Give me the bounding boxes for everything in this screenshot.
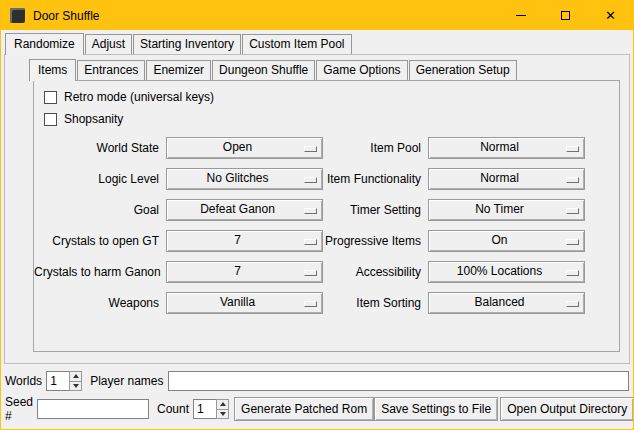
field-label: Accessibility [323, 265, 428, 279]
crystals-harm-ganon-dropdown[interactable]: 7 [166, 261, 323, 283]
item-pool-dropdown[interactable]: Normal [428, 137, 585, 159]
dropdown-indicator-icon [566, 146, 579, 152]
progressive-items-dropdown[interactable]: On [428, 230, 585, 252]
dropdown-indicator-icon [304, 146, 317, 152]
dropdown-value: Defeat Ganon [196, 202, 293, 217]
dropdown-value: Balanced [470, 295, 542, 310]
main-tab-bar: Randomize Adjust Starting Inventory Cust… [1, 30, 633, 54]
tab-dungeon-shuffle[interactable]: Dungeon Shuffle [212, 60, 315, 80]
form-row: Goal Defeat Ganon Timer Setting No Timer [34, 194, 619, 225]
field-label: Goal [34, 203, 166, 217]
count-spinner[interactable] [193, 399, 229, 419]
field-label: Item Pool [323, 141, 428, 155]
tab-entrances[interactable]: Entrances [77, 60, 145, 80]
dropdown-value: Vanilla [216, 295, 273, 310]
count-input[interactable] [193, 399, 216, 419]
tab-enemizer[interactable]: Enemizer [146, 60, 211, 80]
worlds-spinner[interactable] [46, 371, 82, 391]
window-controls: ✕ [498, 1, 633, 30]
minimize-button[interactable] [498, 1, 543, 30]
dropdown-value: 7 [230, 233, 259, 248]
dropdown-value: On [487, 233, 525, 248]
spin-down-button[interactable] [216, 410, 229, 420]
spin-down-icon [220, 412, 226, 416]
tab-randomize[interactable]: Randomize [5, 33, 84, 55]
dropdown-value: Normal [476, 140, 537, 155]
door-shuffle-window: Door Shuffle ✕ Randomize Adjust Starting… [0, 0, 634, 430]
settings-form: World State Open Item Pool Normal Logic … [34, 132, 619, 318]
window-content: Randomize Adjust Starting Inventory Cust… [1, 30, 633, 429]
checkbox-label: Retro mode (universal keys) [64, 90, 214, 104]
logic-level-dropdown[interactable]: No Glitches [166, 168, 323, 190]
weapons-dropdown[interactable]: Vanilla [166, 292, 323, 314]
save-settings-button[interactable]: Save Settings to File [374, 397, 498, 421]
worlds-row: Worlds Player names [5, 368, 629, 394]
spin-up-icon [220, 402, 226, 406]
dropdown-indicator-icon [304, 270, 317, 276]
world-state-dropdown[interactable]: Open [166, 137, 323, 159]
dropdown-value: No Glitches [202, 171, 286, 186]
dropdown-indicator-icon [566, 177, 579, 183]
field-label: Item Functionality [323, 172, 428, 186]
crystals-open-gt-dropdown[interactable]: 7 [166, 230, 323, 252]
maximize-icon [561, 11, 570, 20]
goal-dropdown[interactable]: Defeat Ganon [166, 199, 323, 221]
spin-down-button[interactable] [69, 382, 82, 392]
bottom-bar: Worlds Player names Seed # Count [1, 364, 633, 429]
seed-label: Seed # [5, 395, 33, 423]
field-label: World State [34, 141, 166, 155]
dropdown-indicator-icon [566, 239, 579, 245]
accessibility-dropdown[interactable]: 100% Locations [428, 261, 585, 283]
retro-mode-checkbox[interactable]: Retro mode (universal keys) [44, 86, 619, 108]
tab-items[interactable]: Items [29, 59, 76, 81]
spin-down-icon [73, 384, 79, 388]
tab-game-options[interactable]: Game Options [316, 60, 407, 80]
form-row: Weapons Vanilla Item Sorting Balanced [34, 287, 619, 318]
checkbox-label: Shopsanity [64, 112, 123, 126]
maximize-button[interactable] [543, 1, 588, 30]
sub-tab-bar: Items Entrances Enemizer Dungeon Shuffle… [5, 55, 629, 80]
tab-starting-inventory[interactable]: Starting Inventory [133, 34, 241, 54]
dropdown-value: 100% Locations [453, 264, 560, 279]
minimize-icon [516, 15, 526, 16]
worlds-spin-buttons [69, 371, 82, 391]
dropdown-indicator-icon [566, 208, 579, 214]
field-label: Logic Level [34, 172, 166, 186]
close-icon: ✕ [605, 9, 616, 22]
title-bar[interactable]: Door Shuffle ✕ [1, 1, 633, 30]
tab-custom-item-pool[interactable]: Custom Item Pool [242, 34, 351, 54]
dropdown-value: No Timer [471, 202, 542, 217]
spin-up-button[interactable] [216, 399, 229, 410]
field-label: Crystals to open GT [34, 234, 166, 248]
field-label: Crystals to harm Ganon [34, 265, 166, 279]
dropdown-value: Normal [476, 171, 537, 186]
item-functionality-dropdown[interactable]: Normal [428, 168, 585, 190]
dropdown-indicator-icon [304, 301, 317, 307]
tab-adjust[interactable]: Adjust [85, 34, 132, 54]
item-sorting-dropdown[interactable]: Balanced [428, 292, 585, 314]
count-spin-buttons [216, 399, 229, 419]
spin-up-button[interactable] [69, 371, 82, 382]
randomize-panel: Items Entrances Enemizer Dungeon Shuffle… [4, 54, 630, 364]
dropdown-indicator-icon [566, 301, 579, 307]
dropdown-indicator-icon [566, 270, 579, 276]
bottom-right-buttons: Save Settings to File Open Output Direct… [374, 397, 634, 421]
shopsanity-checkbox[interactable]: Shopsanity [44, 108, 619, 130]
tab-generation-setup[interactable]: Generation Setup [409, 60, 517, 80]
worlds-input[interactable] [46, 371, 69, 391]
dropdown-indicator-icon [304, 177, 317, 183]
open-output-directory-button[interactable]: Open Output Directory [500, 397, 634, 421]
worlds-label: Worlds [5, 374, 42, 388]
timer-setting-dropdown[interactable]: No Timer [428, 199, 585, 221]
app-icon [10, 8, 25, 23]
dropdown-value: Open [219, 140, 270, 155]
generate-patched-rom-button[interactable]: Generate Patched Rom [234, 397, 374, 421]
dropdown-indicator-icon [304, 239, 317, 245]
player-names-input[interactable] [168, 371, 630, 391]
field-label: Weapons [34, 296, 166, 310]
close-button[interactable]: ✕ [588, 1, 633, 30]
checkbox-icon [44, 91, 57, 104]
field-label: Progressive Items [323, 234, 428, 248]
field-label: Item Sorting [323, 296, 428, 310]
seed-input[interactable] [37, 399, 149, 419]
